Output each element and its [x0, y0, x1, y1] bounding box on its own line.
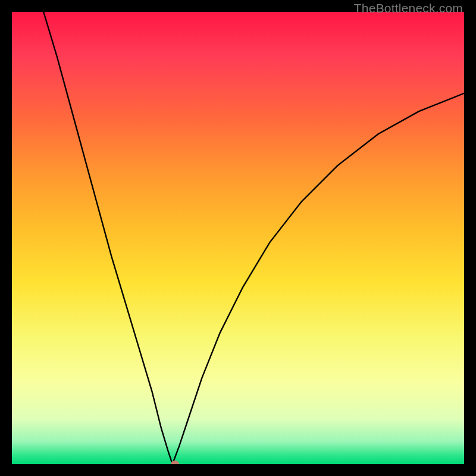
- plot-area: [12, 12, 464, 464]
- bottleneck-curve: [12, 12, 464, 464]
- watermark-label: TheBottleneck.com: [354, 1, 463, 15]
- optimal-point-marker: [171, 461, 179, 464]
- chart-frame: TheBottleneck.com: [0, 0, 476, 476]
